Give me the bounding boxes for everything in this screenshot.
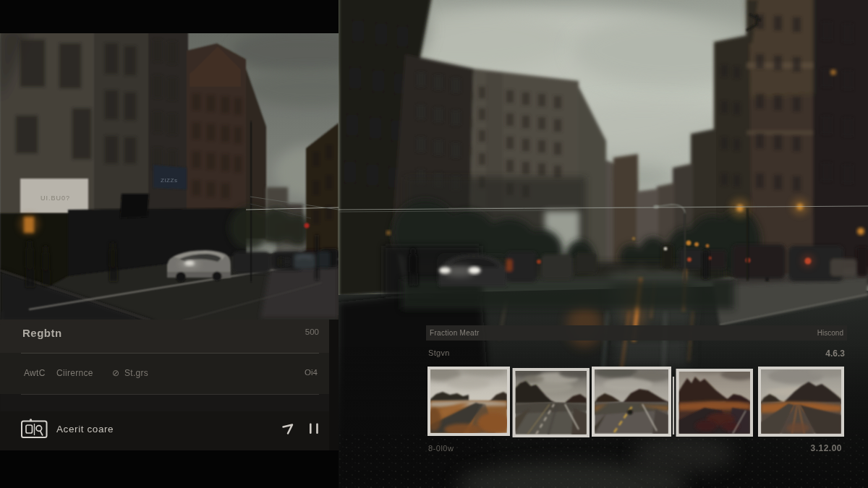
svg-text:Hiscond: Hiscond (817, 329, 843, 337)
svg-text:Oi4: Oi4 (305, 368, 318, 377)
svg-text:⊘: ⊘ (112, 368, 119, 378)
svg-text:Fraction Meatr: Fraction Meatr (430, 329, 480, 337)
svg-text:8-0l0w: 8-0l0w (428, 444, 454, 453)
svg-text:3.12.00: 3.12.00 (810, 443, 842, 453)
svg-text:St.grs: St.grs (124, 368, 148, 378)
svg-text:Regbtn: Regbtn (22, 327, 62, 339)
svg-text:Stgvn: Stgvn (428, 348, 450, 357)
svg-text:Ciirernce: Ciirernce (56, 368, 93, 378)
svg-text:4.6.3: 4.6.3 (825, 348, 845, 359)
svg-text:AwtC: AwtC (24, 368, 46, 378)
svg-text:Acerit coare: Acerit coare (56, 424, 114, 435)
svg-text:500: 500 (305, 328, 319, 336)
